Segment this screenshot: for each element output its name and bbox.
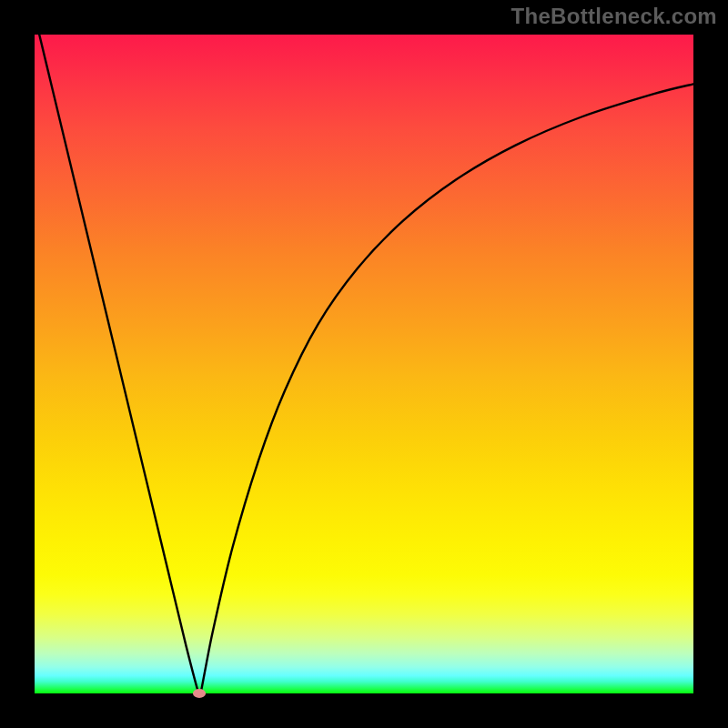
plot-area xyxy=(35,35,693,693)
watermark-text: TheBottleneck.com xyxy=(511,4,717,29)
chart-container: TheBottleneck.com xyxy=(0,0,728,728)
bottleneck-curve xyxy=(35,15,693,700)
optimal-point-marker xyxy=(193,689,206,698)
curve-svg xyxy=(35,35,693,693)
